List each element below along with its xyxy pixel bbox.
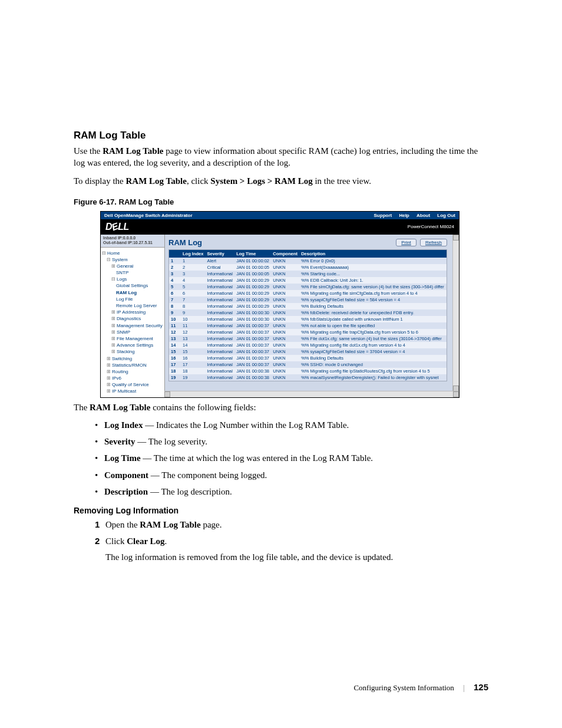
tree-expand-icon[interactable]: ⊞ [107,388,111,394]
table-cell: JAN 01 00:00:29 [234,297,271,303]
figure-caption: Figure 6-17. RAM Log Table [74,197,488,206]
text: To display the [74,176,126,186]
table-cell: UNKN [271,329,299,335]
table-row[interactable]: 11AlertJAN 01 00:00:02UNKN%% Error 0 (0x… [169,258,447,264]
tree-item[interactable]: Log File [116,296,163,302]
tree-item[interactable]: ⊞Routing [107,368,163,375]
table-row[interactable]: 99InformationalJAN 01 00:00:30UNKN%% fdb… [169,309,447,316]
text: . [165,536,167,546]
link-logout[interactable]: Log Out [437,213,455,218]
tree-item[interactable]: ⊟System [107,256,163,263]
print-button[interactable]: Print [396,239,416,246]
tree-expand-icon[interactable]: ⊞ [111,336,115,341]
text: in the tree view. [313,176,371,186]
tree-item-label: Switching [112,356,132,361]
tree-item[interactable]: ⊞Switching [107,355,163,362]
text: Click [105,536,127,546]
app-title: Dell OpenManage Switch Administrator [104,213,193,218]
table-row[interactable]: 66InformationalJAN 01 00:00:29UNKN%% Mig… [169,290,447,297]
table-cell: 5 [169,284,181,290]
table-cell: JAN 01 00:00:02 [234,258,271,264]
tree-expand-icon[interactable]: ⊞ [111,263,115,269]
table-cell: %% File simCfgData.cfg: same version (4)… [299,284,447,290]
tree-item[interactable]: ⊞Quality of Service [107,381,163,388]
table-cell: %% File dot1x.cfg: same version (4) but … [299,335,447,342]
table-cell: %% not able to open the file specified [299,322,447,329]
tree-expand-icon[interactable]: ⊟ [111,276,115,282]
table-row[interactable]: 1010InformationalJAN 01 00:00:30UNKN%% f… [169,316,447,322]
horizontal-scrollbar[interactable] [164,391,459,397]
tree-item[interactable]: ⊞Stacking [111,348,163,355]
app-titlebar: Dell OpenManage Switch Administrator Sup… [101,212,459,219]
tree-expand-icon[interactable]: ⊞ [107,375,111,381]
tree-item[interactable]: ⊞Diagnostics [111,315,163,322]
table-row[interactable]: 88InformationalJAN 01 00:00:29UNKN%% Bui… [169,303,447,309]
table-cell: 10 [181,316,206,322]
tree-expand-icon[interactable]: ⊞ [111,342,115,348]
table-row[interactable]: 1212InformationalJAN 01 00:00:37UNKN%% M… [169,329,447,335]
tree-item[interactable]: ⊞File Management [111,335,163,342]
tree-expand-icon[interactable]: ⊟ [107,257,111,262]
tree-expand-icon[interactable]: ⊞ [111,309,115,315]
table-cell: Critical [206,264,235,271]
tree-expand-icon[interactable]: ⊞ [111,330,115,335]
table-cell: JAN 01 00:00:29 [234,277,271,284]
table-row[interactable]: 77InformationalJAN 01 00:00:29UNKN%% sys… [169,297,447,303]
tree-item-label: SNMP [117,330,130,335]
tree-expand-icon[interactable]: ⊞ [111,316,115,321]
table-row[interactable]: 1414InformationalJAN 01 00:00:37UNKN%% M… [169,342,447,348]
tree-item[interactable]: ⊞IP Addressing [111,309,163,315]
table-row[interactable]: 44InformationalJAN 01 00:00:29UNKN%% EDB… [169,277,447,284]
table-row[interactable]: 1111InformationalJAN 01 00:00:37UNKN%% n… [169,322,447,329]
tree-expand-icon[interactable]: ⊞ [107,369,111,374]
link-about[interactable]: About [416,213,430,218]
tree-expand-icon[interactable]: ⊞ [107,356,111,361]
tree-item[interactable]: ⊞Statistics/RMON [107,362,163,368]
table-cell: JAN 01 00:00:38 [234,374,271,381]
table-cell: 1 [169,258,181,264]
tree-item[interactable]: Global Settings [116,282,163,289]
tree-item[interactable]: ⊞SNMP [111,329,163,335]
table-row[interactable]: 22CriticalJAN 01 00:00:05UNKN%% Event(0x… [169,264,447,271]
tree-item[interactable]: ⊞General [111,263,163,269]
table-row[interactable]: 1717InformationalJAN 01 00:00:37UNKN%% S… [169,361,447,368]
table-row[interactable]: 1919InformationalJAN 01 00:00:38UNKN%% m… [169,374,447,381]
tree-item[interactable]: RAM Log [116,289,163,296]
table-cell: UNKN [271,309,299,316]
table-cell: Informational [206,316,235,322]
tree-expand-icon[interactable]: ⊞ [107,363,111,368]
table-cell: %% Migrating config file dot1x.cfg from … [299,342,447,348]
link-support[interactable]: Support [374,213,392,218]
nav-tree[interactable]: ⊟Home⊟System⊞GeneralSNTP⊟LogsGlobal Sett… [101,248,164,397]
tree-item[interactable]: ⊞IPv6 [107,375,163,381]
link-help[interactable]: Help [399,213,409,218]
table-row[interactable]: 33InformationalJAN 01 00:00:05UNKN%% Sta… [169,271,447,277]
table-row[interactable]: 1313InformationalJAN 01 00:00:37UNKN%% F… [169,335,447,342]
tree-expand-icon[interactable]: ⊞ [111,323,115,328]
tree-expand-icon[interactable]: ⊟ [102,251,106,256]
tree-item[interactable]: ⊞Advance Settings [111,342,163,348]
tree-item[interactable]: ⊟Home [102,250,163,256]
tree-item[interactable]: ⊞IP Multicast [107,388,163,394]
table-row[interactable]: 1515InformationalJAN 01 00:00:37UNKN%% s… [169,348,447,355]
tree-item-label: Stacking [117,349,135,354]
vertical-scrollbar[interactable] [452,235,459,391]
table-cell: %% fdbDelete: received delete for unexpe… [299,309,447,316]
table-row[interactable]: 1616InformationalJAN 01 00:00:37UNKN%% B… [169,355,447,361]
text: Use the [74,146,103,156]
tree-item-label: General [117,263,133,269]
tree-item[interactable]: Remote Log Server [116,302,163,309]
table-cell: JAN 01 00:00:38 [234,368,271,374]
table-row[interactable]: 55InformationalJAN 01 00:00:29UNKN%% Fil… [169,284,447,290]
table-cell: Informational [206,374,235,381]
table-row[interactable]: 1818InformationalJAN 01 00:00:38UNKN%% M… [169,368,447,374]
tree-expand-icon[interactable]: ⊞ [107,382,111,387]
tree-item[interactable]: ⊞Management Security [111,322,163,329]
tree-item[interactable]: SNTP [116,269,163,276]
column-header: Severity [206,250,235,258]
step-2: Click Clear Log. The log information is … [95,535,488,563]
table-cell: JAN 01 00:00:29 [234,284,271,290]
refresh-button[interactable]: Refresh [420,239,447,246]
tree-item[interactable]: ⊟Logs [111,276,163,282]
tree-expand-icon[interactable]: ⊞ [111,349,115,354]
